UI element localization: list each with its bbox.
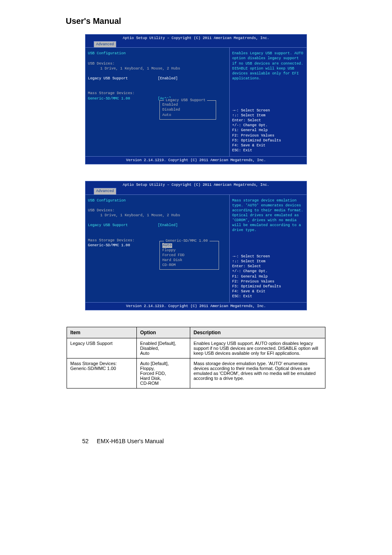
usb-devices-value: 1 Drive, 1 Keyboard, 1 Mouse, 2 Hubs — [88, 213, 227, 218]
table-header-option: Option — [137, 327, 190, 338]
cell-desc: Mass storage device emulation type. 'AUT… — [190, 358, 325, 388]
mass-storage-label: Mass Storage Devices: — [88, 91, 227, 96]
help-text: Enables Legacy USB support. AUTO option … — [232, 51, 304, 88]
key-hint: F3: Optimized Defaults — [232, 138, 304, 143]
legacy-usb-value: [Enabled] — [158, 223, 178, 228]
popup-option[interactable]: Forced FDD — [162, 253, 216, 258]
bios-screenshot-1: Aptio Setup Utility – Copyright (C) 2011… — [16, 34, 376, 164]
popup-option[interactable]: Enabled — [162, 102, 213, 107]
table-header-item: Item — [67, 327, 137, 338]
bios-footer: Version 2.14.1219. Copyright (C) 2011 Am… — [85, 157, 307, 164]
help-text: Mass storage device emulation type. 'AUT… — [232, 198, 304, 239]
legacy-usb-value: [Enabled] — [158, 76, 178, 81]
popup-option[interactable]: Floppy — [162, 248, 216, 253]
page-title: User's Manual — [16, 16, 376, 26]
popup-option[interactable]: Disabled — [162, 107, 213, 112]
tab-advanced[interactable]: Advanced — [94, 188, 116, 194]
bios-title: Aptio Setup Utility – Copyright (C) 2011… — [85, 34, 307, 41]
key-hint: F4: Save & Exit — [232, 289, 304, 294]
cell-options: Auto [Default], Floppy, Forced FDD, Hard… — [137, 358, 190, 388]
generic-sd-mmc-label[interactable]: Generic-SD/MMC 1.00 — [88, 96, 158, 101]
bios-footer: Version 2.14.1219. Copyright (C) 2011 Am… — [85, 303, 307, 310]
popup-option-selected[interactable]: Auto — [162, 243, 172, 248]
legacy-usb-label[interactable]: Legacy USB Support — [88, 76, 158, 81]
key-hint: →←: Select Screen — [232, 254, 304, 259]
key-hint: ESC: Exit — [232, 294, 304, 299]
key-hint: F1: General Help — [232, 128, 304, 133]
generic-sd-mmc-label[interactable]: Generic-SD/MMC 1.00 — [88, 243, 158, 248]
page-number: 52 — [82, 438, 89, 444]
key-hint: Enter: Select — [232, 118, 304, 123]
popup-option[interactable]: Auto — [162, 113, 213, 118]
settings-table: Item Option Description Legacy USB Suppo… — [67, 327, 325, 388]
key-hint: F2: Previous Values — [232, 133, 304, 138]
popup-title: Generic-SD/MMC 1.00 — [164, 238, 210, 243]
key-hint: →←: Select Screen — [232, 108, 304, 113]
popup-generic-sd-mmc[interactable]: Generic-SD/MMC 1.00 Auto Floppy Forced F… — [159, 241, 219, 270]
cell-item: Legacy USB Support — [67, 338, 137, 358]
key-hint: F4: Save & Exit — [232, 143, 304, 148]
section-heading: USB Configuration — [88, 51, 227, 56]
key-hint: Enter: Select — [232, 264, 304, 269]
key-hint: +/-: Change Opt. — [232, 269, 304, 274]
popup-title: Legacy USB Support — [164, 98, 207, 103]
bios-title: Aptio Setup Utility – Copyright (C) 2011… — [85, 181, 307, 188]
section-heading: USB Configuration — [88, 198, 227, 203]
popup-option[interactable]: Hard Disk — [162, 258, 216, 263]
cell-options: Enabled [Default], Disabled, Auto — [137, 338, 190, 358]
popup-legacy-usb[interactable]: Legacy USB Support Enabled Disabled Auto — [159, 100, 216, 119]
table-row: Mass Storage Devices: Generic-SD/MMC 1.0… — [67, 358, 325, 388]
bios-screenshot-2: Aptio Setup Utility – Copyright (C) 2011… — [16, 181, 376, 310]
table-header-description: Description — [190, 327, 325, 338]
usb-devices-label: USB Devices: — [88, 61, 227, 66]
footer-text: EMX-H61B User's Manual — [89, 438, 334, 444]
usb-devices-label: USB Devices: — [88, 208, 227, 213]
key-hint: +/-: Change Opt. — [232, 123, 304, 128]
usb-devices-value: 1 Drive, 1 Keyboard, 1 Mouse, 2 Hubs — [88, 66, 227, 71]
cell-item: Mass Storage Devices: Generic-SD/MMC 1.0… — [67, 358, 137, 388]
key-hint: F3: Optimized Defaults — [232, 284, 304, 289]
table-row: Legacy USB Support Enabled [Default], Di… — [67, 338, 325, 358]
key-hint: ↑↓: Select Item — [232, 259, 304, 264]
legacy-usb-label[interactable]: Legacy USB Support — [88, 223, 158, 228]
tab-advanced[interactable]: Advanced — [94, 41, 116, 47]
key-hint: ESC: Exit — [232, 148, 304, 153]
cell-desc: Enables Legacy USB support. AUTO option … — [190, 338, 325, 358]
key-hint: F2: Previous Values — [232, 279, 304, 284]
popup-option[interactable]: CD-ROM — [162, 263, 216, 268]
key-hint: F1: General Help — [232, 274, 304, 279]
key-hint: ↑↓: Select Item — [232, 113, 304, 118]
